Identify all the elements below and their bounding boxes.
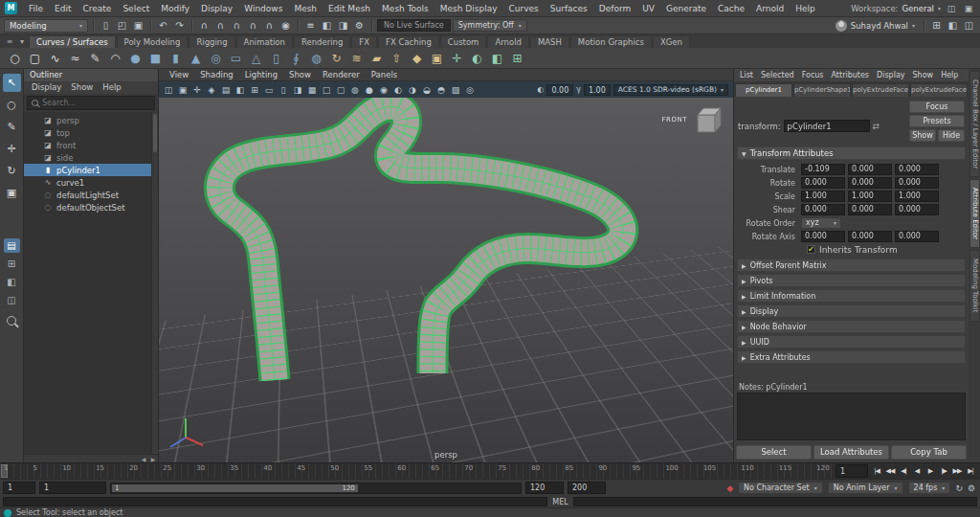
collapsed-section-header[interactable]: ▶ UUID [737,335,966,348]
rotate-tool[interactable]: ↻ [3,162,21,180]
poly-sphere-icon[interactable]: ● [126,49,145,67]
two-panes-icon[interactable]: ◧ [234,83,247,97]
outliner-item-front[interactable]: ◪ front [24,139,158,151]
outliner-item-top[interactable]: ◪ top [24,126,158,139]
outliner-menu-item[interactable]: Display [27,81,66,94]
loop-playback-icon[interactable]: ↻ [955,483,963,493]
shelf-tab[interactable]: FX Caching [378,35,439,48]
attribute-y-field[interactable]: 0.000 [848,231,892,242]
attribute-z-field[interactable]: 1.000 [895,191,939,202]
camera-attributes-icon[interactable]: ✛ [190,83,204,97]
viewport-menu-item[interactable]: Show [283,69,317,80]
lighting-icon[interactable]: ◐ [391,83,405,97]
menubar-item[interactable]: Generate [660,0,712,17]
attribute-y-field[interactable]: 0.000 [848,177,892,189]
birail-icon[interactable]: ◆ [408,49,426,67]
attribute-y-field[interactable]: 0.000 [848,204,892,215]
snap-to-point-icon[interactable]: ∩ [230,18,244,33]
poly-pipe-icon[interactable]: ▯ [267,49,285,67]
loft-icon[interactable]: ≋ [347,49,366,67]
collapsed-section-header[interactable]: ▶ Limit Information [737,289,966,303]
chevron-down-icon[interactable]: ▾ [16,35,28,48]
four-pane-layout[interactable]: ⊞ [4,257,20,271]
shelf-tab[interactable]: Motion Graphics [570,35,652,48]
screen-capture-icon[interactable]: ◫ [962,18,976,33]
viewport-menu-item[interactable]: Shading [194,69,239,80]
command-input[interactable] [3,497,547,506]
snap-to-projected-center-icon[interactable]: ∩ [246,18,260,33]
outliner-horizontal-scrollbar[interactable]: ◀ ▶ [24,454,158,462]
multi-cut-icon[interactable]: ✛ [448,49,466,67]
play-forwards-button[interactable]: ▶ [924,467,937,475]
shadows-icon[interactable]: ◑ [406,83,419,97]
single-pane-layout[interactable]: ▤ [4,238,20,253]
attribute-x-field[interactable]: -0.109 [801,164,845,175]
outliner-item-side[interactable]: ◪ side [24,151,158,164]
attribute-x-field[interactable]: 1.000 [801,191,845,202]
menubar-item[interactable]: Mesh Tools [376,0,434,17]
animation-end-field[interactable]: 200 [568,482,606,494]
wireframe-icon[interactable]: ◍ [348,83,362,97]
bookmark-icon[interactable]: ◈ [205,83,218,97]
attribute-y-field[interactable]: 1.000 [848,191,892,202]
two-pane-stacked-layout[interactable]: ◫ [4,293,20,307]
symmetry-dropdown[interactable]: Symmetry: Off ▾ [453,19,527,32]
fps-dropdown[interactable]: 24 fps ▾ [908,482,951,494]
set-key-icon[interactable]: ◆ [726,483,733,493]
outliner-item-pcylinder1[interactable]: ▮ pCylinder1 [24,164,158,176]
boundary-icon[interactable]: ▣ [428,49,446,67]
show-button[interactable]: Show [909,129,936,142]
footer-button[interactable]: Select [736,445,812,460]
outliner-menu-item[interactable]: Show [66,81,98,94]
menubar-item[interactable]: Windows [238,0,288,17]
attribute-x-field[interactable]: 0.000 [801,204,845,215]
workspace-docking-icon[interactable]: ◫ [945,2,958,15]
view-cube-icon[interactable] [691,103,724,136]
render-icon[interactable]: ◧ [320,18,334,33]
footer-button[interactable]: Copy Tab [891,445,967,460]
menubar-item[interactable]: Cache [712,0,750,17]
shelf-tab[interactable]: Animation [236,35,293,48]
menubar-item[interactable]: Edit [49,0,77,17]
planar-icon[interactable]: ▰ [368,49,386,67]
node-tab[interactable]: pCylinder1 [735,83,792,97]
undo-icon[interactable]: ↶ [156,18,170,33]
safe-title-icon[interactable]: ▢ [334,83,347,97]
presets-button[interactable]: Presets [909,115,965,127]
menubar-item[interactable]: Curves [503,0,545,17]
workspace-settings-icon[interactable]: ▣ [962,2,975,15]
arc-tool-icon[interactable]: ◠ [106,49,124,67]
two-pane-side-layout[interactable]: ◧ [4,275,20,289]
view-transform-dropdown[interactable]: ACES 1.0 SDR-video (sRGB) ▾ [613,84,728,96]
animation-start-field[interactable]: 1 [3,482,35,494]
menubar-item[interactable]: Display [195,0,238,17]
command-language-label[interactable]: MEL [552,498,568,506]
poly-soccer-ball-icon[interactable]: ◍ [307,49,325,67]
step-back-key-button[interactable]: ◀◀ [883,467,897,475]
depth-of-field-icon[interactable]: ◎ [463,83,477,97]
shelf-tab[interactable]: Arnold [487,35,529,48]
snap-to-curve-icon[interactable]: ∩ [213,18,228,33]
shelf-tab[interactable]: MASH [530,35,569,48]
collapsed-section-header[interactable]: ▶ Pivots [737,274,966,287]
menubar-item[interactable]: Modify [155,0,195,17]
playback-start-field[interactable]: 1 [39,482,106,494]
grid-icon[interactable]: ⊞ [248,83,261,97]
shelf-tab[interactable]: XGen [653,35,690,48]
poly-cube-icon[interactable]: ■ [146,49,165,67]
shelf-tab[interactable]: FX [351,35,377,48]
shelf-tab[interactable]: Custom [440,35,487,48]
workspace-value[interactable]: General [902,4,934,13]
viewport-menu-item[interactable]: Panels [366,69,403,80]
bevel-icon[interactable]: ◐ [468,49,486,67]
revolve-icon[interactable]: ↻ [327,49,345,67]
outliner-menu-item[interactable]: Help [98,81,125,94]
range-slider-handle[interactable]: 1 120 [112,484,358,492]
rotate-order-dropdown[interactable]: xyz ▾ [801,217,841,229]
attribute-x-field[interactable]: 0.000 [801,231,845,242]
attribute-editor-menu-item[interactable]: Display [873,69,909,81]
collapsed-section-header[interactable]: ▶ Node Behavior [737,320,966,333]
field-chart-icon[interactable]: ▦ [305,83,319,97]
user-account-menu[interactable]: Suhayd Ahwal ▾ [832,20,919,32]
collapsed-section-header[interactable]: ▶ Display [737,304,966,318]
